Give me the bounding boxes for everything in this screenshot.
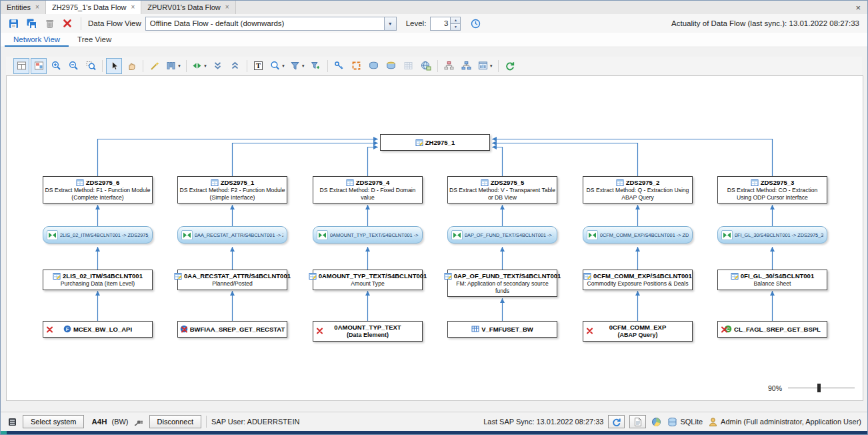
sync-refresh-button[interactable]: [608, 415, 625, 428]
fit-width-icon[interactable]: ▼: [190, 58, 209, 74]
datasource-node[interactable]: 0FI_GL_30/S4BCLNT001Balance Sheet: [717, 270, 827, 290]
datasource-def-node[interactable]: ZDS2975_3DS Extract Method: CO - Extract…: [717, 176, 827, 203]
save-icon[interactable]: [5, 16, 22, 31]
transformation-icon: [451, 230, 463, 240]
layers-yellow-icon[interactable]: [383, 58, 399, 74]
actuality-clock-button[interactable]: [467, 16, 484, 31]
view-tabstrip: Network View Tree View: [1, 33, 867, 47]
data-flow-view-select[interactable]: Offline Data Flow - default (downwards) …: [145, 17, 397, 31]
transformation-icon: [47, 230, 58, 240]
diagram-canvas[interactable]: 90% ZH2975_1ZDS2975_6DS Extract Method: …: [6, 75, 863, 401]
birdseye-view-icon[interactable]: [31, 58, 47, 74]
transformation-node[interactable]: 0CFM_COMM_EXP/S4BCLNT001 -> ZDS2975_2: [583, 226, 693, 244]
connection-plug-icon: [133, 416, 145, 428]
source-node[interactable]: V_FMFUSET_BW: [447, 321, 557, 338]
overview-grid-icon[interactable]: [13, 58, 29, 74]
datasource-icon: [76, 179, 84, 187]
tab-close-icon[interactable]: ×: [225, 4, 229, 11]
tab-close-icon[interactable]: ×: [131, 4, 135, 11]
save-all-icon[interactable]: [23, 16, 40, 31]
zoom-select-icon[interactable]: ▼: [268, 58, 287, 74]
datasource-node[interactable]: 0AMOUNT_TYP_TEXT/S4BCLNT001Amount Type: [313, 270, 423, 290]
transformation-node[interactable]: 2LIS_02_ITM/S4BCLNT001 -> ZDS2975_6: [43, 226, 153, 244]
chart-view-icon[interactable]: ▼: [476, 58, 495, 74]
datasource-node[interactable]: 0CFM_COMM_EXP/S4BCLNT001Commodity Exposu…: [583, 270, 693, 290]
toolbar-separator: [186, 60, 187, 72]
pan-hand-icon[interactable]: [123, 58, 139, 74]
tab-entities[interactable]: Entities ×: [1, 1, 46, 14]
hierarchy-red-icon[interactable]: [441, 58, 457, 74]
zoom-control: 90%: [768, 384, 855, 392]
transformation-node[interactable]: 0AA_RECSTAT_ATTR/S4BCLNT001 -> ZDS2975_1: [177, 226, 287, 244]
zoom-region-icon[interactable]: [83, 58, 99, 74]
layers-blue-icon[interactable]: [366, 58, 382, 74]
datasource-icon: [616, 179, 624, 187]
toolbar-separator: [143, 60, 143, 72]
globe-icon[interactable]: [651, 416, 662, 428]
datasource-icon: [309, 272, 317, 280]
close-icon[interactable]: ×: [849, 3, 867, 13]
source-node[interactable]: CCL_FAGL_SREP_GET_BSPL: [717, 321, 827, 338]
zoom-slider[interactable]: [788, 384, 855, 392]
root-title: ZH2975_1: [425, 138, 455, 147]
transformation-node[interactable]: 0AMOUNT_TYP_TEXT/S4BCLNT001 -> ZDS2975_4: [313, 226, 423, 244]
tab-label: ZH2975_1's Data Flow: [52, 3, 127, 11]
expand-all-icon[interactable]: [227, 58, 243, 74]
level-label: Level:: [406, 19, 427, 27]
datasource-def-node[interactable]: ZDS2975_4DS Extract Method: D - Fixed Do…: [313, 176, 423, 203]
spin-up-icon[interactable]: ▲: [450, 17, 460, 24]
spin-down-icon[interactable]: ▼: [450, 24, 460, 30]
source-node[interactable]: FBWFIAA_SREP_GET_RECSTAT: [177, 321, 287, 338]
chevron-down-icon[interactable]: ▼: [384, 17, 396, 30]
tab-network-view[interactable]: Network View: [5, 33, 69, 47]
error-icon: [181, 326, 188, 333]
world-icon[interactable]: [418, 58, 434, 74]
hierarchy-blue-icon[interactable]: [459, 58, 475, 74]
tab-zh2975-1-data-flow[interactable]: ZH2975_1's Data Flow ×: [46, 1, 141, 15]
keys-icon[interactable]: [331, 58, 347, 74]
tab-tree-view[interactable]: Tree View: [69, 33, 120, 47]
collapse-all-icon[interactable]: [210, 58, 226, 74]
transformation-node[interactable]: 0FI_GL_30/S4BCLNT001 -> ZDS2975_3: [717, 226, 827, 244]
tab-label: Entities: [7, 3, 31, 11]
layout-options-icon[interactable]: ▼: [164, 58, 183, 74]
select-cursor-icon[interactable]: [106, 58, 122, 74]
source-node[interactable]: FMCEX_BW_LO_API: [43, 321, 153, 338]
tab-close-icon[interactable]: ×: [35, 4, 39, 11]
root-node[interactable]: ZH2975_1: [380, 134, 490, 151]
last-sync-text: Last SAP Sync: 13.01.2022 08:27:33: [483, 418, 603, 426]
grid-toggle-icon[interactable]: [401, 58, 417, 74]
error-icon: [46, 326, 53, 333]
text-tool-icon[interactable]: T: [251, 58, 267, 74]
level-spinner[interactable]: 3 ▲ ▼: [430, 17, 461, 31]
toolbar-separator: [327, 60, 328, 72]
filter-icon[interactable]: ▼: [288, 58, 307, 74]
auto-layout-icon[interactable]: [147, 58, 163, 74]
datasource-node[interactable]: 0AA_RECSTAT_ATTR/S4BCLNT001Planned/Poste…: [177, 270, 287, 290]
log-button[interactable]: [629, 415, 646, 428]
filter-apply-icon[interactable]: [308, 58, 324, 74]
selection-frame-icon[interactable]: [349, 58, 365, 74]
zoom-slider-handle[interactable]: [817, 384, 821, 392]
datasource-def-node[interactable]: ZDS2975_2DS Extract Method: Q - Extracti…: [583, 176, 693, 203]
remove-icon[interactable]: [59, 16, 76, 31]
datasource-icon: [444, 272, 452, 280]
select-system-button[interactable]: Select system: [23, 415, 84, 428]
datasource-def-node[interactable]: ZDS2975_6DS Extract Method: F1 - Functio…: [43, 176, 153, 203]
zoom-in-icon[interactable]: [48, 58, 64, 74]
zoom-out-icon[interactable]: [65, 58, 81, 74]
transformation-icon: [721, 230, 733, 240]
data-flow-view-label: Data Flow View: [88, 19, 141, 27]
disconnect-button[interactable]: Disconnect: [149, 415, 201, 428]
datasource-node[interactable]: 0AP_OF_FUND_TEXT/S4BCLNT001FM: Applicati…: [447, 270, 557, 297]
datasource-def-node[interactable]: ZDS2975_1DS Extract Method: F2 - Functio…: [177, 176, 287, 203]
transformation-node[interactable]: 0AP_OF_FUND_TEXT/S4BCLNT001 -> ZDS2975_5: [447, 226, 557, 244]
transformation-icon: [587, 230, 598, 240]
datasource-def-node[interactable]: ZDS2975_5DS Extract Method: V - Transpar…: [447, 176, 557, 203]
tab-zpurv01-data-flow[interactable]: ZPURV01's Data Flow ×: [141, 1, 235, 14]
source-node[interactable]: 0AMOUNT_TYP_TEXT(Data Element): [313, 321, 423, 342]
app-menu-icon[interactable]: [7, 416, 18, 428]
datasource-node[interactable]: 2LIS_02_ITM/S4BCLNT001Purchasing Data (I…: [43, 270, 153, 290]
source-node[interactable]: 0CFM_COMM_EXP(ABAP Query): [583, 321, 693, 342]
refresh-icon[interactable]: [502, 58, 518, 74]
